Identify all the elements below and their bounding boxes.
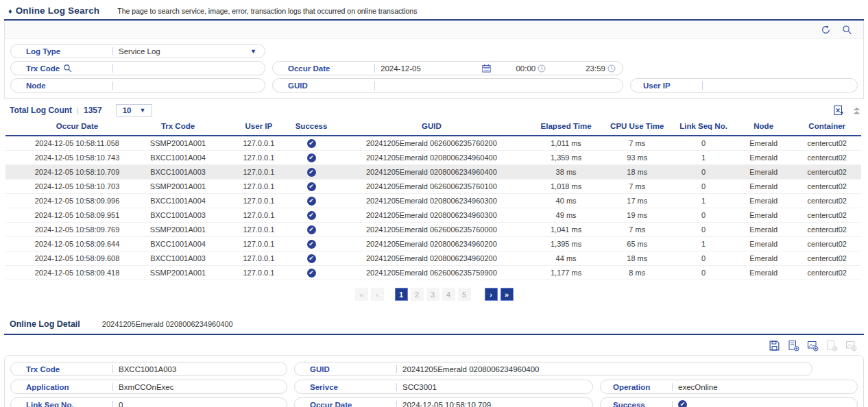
cell-trx_code: BXCC1001A003 bbox=[128, 208, 227, 223]
field-separator bbox=[112, 47, 113, 56]
search-panel: Log Type Service Log ▼ Trx Code Node Occ… bbox=[4, 21, 864, 99]
trx-code-search-icon[interactable] bbox=[63, 64, 72, 73]
detail-divider bbox=[4, 334, 864, 335]
table-row[interactable]: 2024-12-05 10:58:09.418SSMP2001A001127.0… bbox=[5, 266, 861, 280]
add-document-icon[interactable] bbox=[788, 340, 799, 352]
success-check-icon: ✔ bbox=[307, 225, 316, 234]
cell-node: Emerald bbox=[734, 223, 793, 237]
cell-occur_date: 2024-12-05 10:58:09.769 bbox=[26, 223, 129, 237]
cell-cpu_use_time: 7 ms bbox=[601, 136, 673, 151]
column-header-cpu_use_time[interactable]: CPU Use Time bbox=[601, 118, 673, 136]
page-size-select[interactable]: 10 ▼ bbox=[116, 104, 153, 116]
cell-cpu_use_time: 18 ms bbox=[601, 165, 673, 180]
pagination-page-4[interactable]: 4 bbox=[442, 288, 455, 301]
detail-operation-field[interactable]: Operation execOnline bbox=[600, 380, 858, 394]
add-image-icon[interactable] bbox=[807, 340, 819, 352]
log-type-field[interactable]: Log Type Service Log ▼ bbox=[10, 44, 265, 58]
row-gutter bbox=[5, 223, 26, 237]
detail-header: Online Log Detail 20241205Emerald 020800… bbox=[10, 319, 861, 329]
refresh-icon[interactable] bbox=[821, 25, 831, 35]
page-header: ♦ Online Log Search The page to search s… bbox=[0, 0, 868, 19]
cell-cpu_use_time: 19 ms bbox=[601, 208, 673, 223]
time-to-value: 23:59 bbox=[586, 64, 605, 73]
success-check-icon: ✔ bbox=[678, 400, 687, 407]
detail-occur-date-field[interactable]: Occur Date 2024-12-05 10:58:10.709 bbox=[294, 397, 593, 407]
cell-container: centercut02 bbox=[793, 266, 861, 280]
node-field[interactable]: Node bbox=[10, 78, 265, 92]
clock-icon[interactable] bbox=[607, 64, 616, 73]
cell-link_seq_no: 1 bbox=[673, 237, 734, 251]
pagination-last-page[interactable]: » bbox=[501, 288, 514, 301]
table-row[interactable]: 2024-12-05 10:58:09.608BXCC1001A003127.0… bbox=[5, 251, 861, 266]
log-table-head: Occur DateTrx CodeUser IPSuccessGUIDElap… bbox=[5, 118, 861, 136]
detail-application-field[interactable]: Application BxmCCOnExec bbox=[10, 380, 287, 394]
table-row[interactable]: 2024-12-05 10:58:10.743BXCC1001A004127.0… bbox=[5, 151, 861, 165]
cell-occur_date: 2024-12-05 10:58:09.996 bbox=[26, 194, 129, 208]
trx-code-field[interactable]: Trx Code bbox=[10, 61, 265, 75]
guid-label: GUID bbox=[273, 82, 374, 90]
pagination-page-2[interactable]: 2 bbox=[411, 288, 424, 301]
add-image-icon-disabled bbox=[845, 340, 857, 352]
cell-cpu_use_time: 18 ms bbox=[601, 251, 673, 266]
cell-elapsed_time: 1,177 ms bbox=[531, 266, 602, 280]
table-row[interactable]: 2024-12-05 10:58:10.703SSMP2001A001127.0… bbox=[5, 180, 861, 194]
cell-success: ✔ bbox=[290, 151, 333, 165]
detail-service-field[interactable]: Serivce SCC3001 bbox=[294, 380, 593, 394]
search-icon[interactable] bbox=[842, 25, 852, 35]
cell-link_seq_no: 0 bbox=[673, 266, 734, 280]
calendar-icon[interactable] bbox=[482, 64, 491, 73]
column-header-node[interactable]: Node bbox=[734, 118, 793, 136]
column-header-elapsed_time[interactable]: Elapsed Time bbox=[531, 118, 602, 136]
detail-success-field[interactable]: Success ✔ bbox=[600, 397, 858, 407]
guid-field[interactable]: GUID bbox=[272, 78, 623, 92]
cell-guid: 20241205Emerald 0208006234960400 bbox=[333, 151, 531, 165]
cell-link_seq_no: 0 bbox=[673, 251, 734, 266]
occur-date-field[interactable]: Occur Date 2024-12-05 00:00 23:59 bbox=[272, 61, 623, 75]
log-table: Occur DateTrx CodeUser IPSuccessGUIDElap… bbox=[5, 118, 861, 280]
column-header-link_seq_no[interactable]: Link Seq No. bbox=[673, 118, 734, 136]
pagination-prev-page[interactable]: ‹ bbox=[371, 288, 384, 301]
detail-trx-code-field[interactable]: Trx Code BXCC1001A003 bbox=[10, 362, 287, 376]
success-check-icon: ✔ bbox=[307, 240, 316, 249]
column-header-guid[interactable]: GUID bbox=[333, 118, 531, 136]
save-icon[interactable] bbox=[769, 340, 780, 352]
table-row[interactable]: 2024-12-05 10:58:09.951BXCC1001A003127.0… bbox=[5, 208, 861, 223]
cell-cpu_use_time: 93 ms bbox=[601, 151, 673, 165]
table-row[interactable]: 2024-12-05 10:58:09.769SSMP2001A001127.0… bbox=[5, 223, 861, 237]
pagination: «‹12345›» bbox=[0, 288, 868, 301]
cell-trx_code: BXCC1001A003 bbox=[128, 251, 227, 266]
page-size-value: 10 bbox=[123, 106, 132, 114]
collapse-up-icon[interactable] bbox=[852, 106, 861, 115]
clock-icon[interactable] bbox=[538, 64, 546, 73]
cell-cpu_use_time: 17 ms bbox=[601, 194, 673, 208]
column-header-container[interactable]: Container bbox=[793, 118, 861, 136]
column-header-occur_date[interactable]: Occur Date bbox=[26, 118, 129, 136]
pagination-page-3[interactable]: 3 bbox=[426, 288, 439, 301]
pagination-first-page[interactable]: « bbox=[355, 288, 368, 301]
cell-user_ip: 127.0.0.1 bbox=[228, 266, 290, 280]
cell-container: centercut02 bbox=[793, 251, 861, 266]
detail-form: Trx Code BXCC1001A003 GUID 20241205Emera… bbox=[4, 355, 864, 407]
chevron-down-icon[interactable]: ▼ bbox=[250, 48, 258, 55]
cell-success: ✔ bbox=[290, 266, 333, 280]
pagination-page-1[interactable]: 1 bbox=[395, 288, 408, 301]
detail-link-seq-field[interactable]: Link Seq No. 0 bbox=[10, 397, 287, 407]
cell-trx_code: SSMP2001A001 bbox=[128, 180, 227, 194]
column-header-success[interactable]: Success bbox=[290, 118, 333, 136]
cell-success: ✔ bbox=[290, 208, 333, 223]
table-row[interactable]: 2024-12-05 10:58:10.709BXCC1001A003127.0… bbox=[5, 165, 861, 180]
success-check-icon: ✔ bbox=[307, 197, 316, 206]
pagination-next[interactable]: › bbox=[485, 288, 498, 301]
detail-guid-field[interactable]: GUID 20241205Emerald 0208006234960400 bbox=[294, 362, 812, 376]
row-gutter bbox=[5, 208, 26, 223]
column-header-trx_code[interactable]: Trx Code bbox=[128, 118, 227, 136]
table-row[interactable]: 2024-12-05 10:58:09.644BXCC1001A004127.0… bbox=[5, 237, 861, 251]
pagination-page-5[interactable]: 5 bbox=[458, 288, 471, 301]
table-row[interactable]: 2024-12-05 10:58:11.058SSMP2001A001127.0… bbox=[5, 136, 861, 151]
table-row[interactable]: 2024-12-05 10:58:09.996BXCC1001A004127.0… bbox=[5, 194, 861, 208]
user-ip-field[interactable]: User IP bbox=[630, 78, 858, 92]
column-header-user_ip[interactable]: User IP bbox=[228, 118, 290, 136]
export-excel-icon[interactable] bbox=[833, 105, 844, 116]
cell-cpu_use_time: 7 ms bbox=[601, 223, 673, 237]
cell-cpu_use_time: 65 ms bbox=[601, 237, 673, 251]
